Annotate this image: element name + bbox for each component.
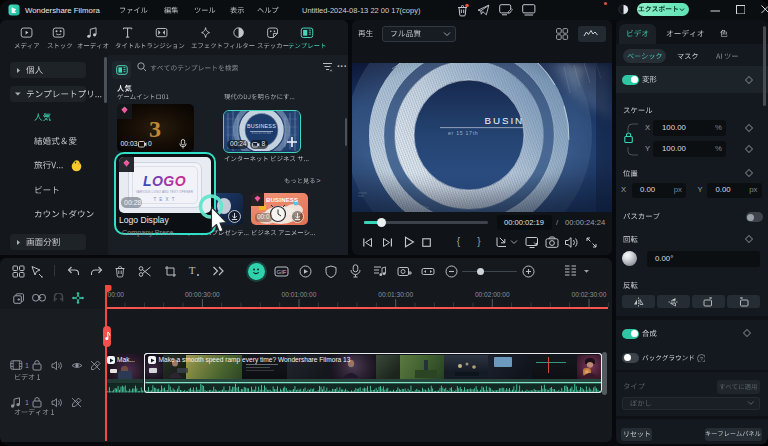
svg-text:BUSIN: BUSIN xyxy=(485,115,524,126)
svg-text:er 15 17th: er 15 17th xyxy=(448,130,478,136)
svg-text:GIF: GIF xyxy=(277,269,287,275)
svg-text:?: ? xyxy=(699,356,703,362)
